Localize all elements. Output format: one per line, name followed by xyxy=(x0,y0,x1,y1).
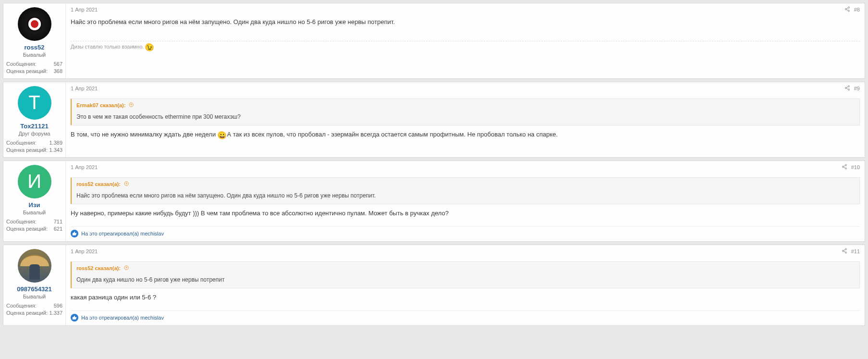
share-icon[interactable] xyxy=(844,6,850,13)
quote-attribution[interactable]: ross52 сказал(а): xyxy=(76,265,121,271)
reactions-bar[interactable]: На это отреагировал(а) mechislav xyxy=(71,310,860,322)
expand-quote-icon[interactable] xyxy=(127,102,134,108)
stat-value-reactions: 1.343 xyxy=(49,147,62,154)
signature: Дизы ставлю только взаимно. xyxy=(71,41,860,51)
forum-post: ТTox21121Друг форумаСообщения:1.389Оценк… xyxy=(3,82,865,158)
post-number[interactable]: #10 xyxy=(851,164,860,170)
stat-label-messages: Сообщения: xyxy=(6,218,37,225)
post-date[interactable]: 1 Апр 2021 xyxy=(71,7,98,12)
avatar[interactable] xyxy=(18,249,51,283)
username-link[interactable]: Изи xyxy=(6,201,62,209)
svg-point-18 xyxy=(842,250,843,251)
post-text: Найс это проблема если много ригов на нё… xyxy=(71,18,860,26)
forum-post: ИИзиБывалыйСообщения:711Оценка реакций:6… xyxy=(3,161,865,242)
share-icon[interactable] xyxy=(842,248,847,255)
user-stats: Сообщения:596Оценка реакций:1.337 xyxy=(6,302,62,317)
svg-point-11 xyxy=(845,164,846,166)
expand-quote-icon[interactable] xyxy=(123,181,129,187)
username-link[interactable]: Tox21121 xyxy=(6,123,62,130)
svg-point-6 xyxy=(845,87,846,88)
svg-line-21 xyxy=(843,251,845,252)
like-icon xyxy=(71,230,78,237)
post-header: 1 Апр 2021#11 xyxy=(71,248,860,257)
signature-text: Дизы ставлю только взаимно. xyxy=(71,44,144,50)
quote-box: Ermak07 сказал(а): Это в чем же такая ос… xyxy=(71,99,860,125)
post-user-panel: ИИзиБывалыйСообщения:711Оценка реакций:6… xyxy=(3,161,66,241)
user-stats: Сообщения:567Оценка реакций:368 xyxy=(6,61,62,75)
username-link[interactable]: ross52 xyxy=(6,44,62,51)
username-link[interactable]: 0987654321 xyxy=(6,285,62,293)
svg-point-5 xyxy=(848,86,849,87)
share-icon[interactable] xyxy=(844,85,850,92)
post-header: 1 Апр 2021#9 xyxy=(71,85,860,94)
reactions-text[interactable]: На это отреагировал(а) mechislav xyxy=(81,231,164,236)
post-body: 1 Апр 2021#9Ermak07 сказал(а): Это в чем… xyxy=(66,82,865,157)
svg-point-17 xyxy=(845,248,846,250)
post-text: какая разница один или 5-6 ? xyxy=(71,293,860,302)
post-content: Найс это проблема если много ригов на нё… xyxy=(71,15,860,74)
post-user-panel: 0987654321БывалыйСообщения:596Оценка реа… xyxy=(3,245,66,325)
post-text: Ну наверно, примеры какие нибудь будут )… xyxy=(71,209,860,218)
reactions-text[interactable]: На это отреагировал(а) mechislav xyxy=(81,315,164,321)
svg-point-2 xyxy=(848,10,849,12)
stat-label-reactions: Оценка реакций: xyxy=(6,147,48,154)
user-title: Друг форума xyxy=(6,131,62,136)
post-number[interactable]: #9 xyxy=(854,86,860,91)
post-body: 1 Апр 2021#11ross52 сказал(а): Один два … xyxy=(66,245,865,325)
quote-box: ross52 сказал(а): Один два куда нишло но… xyxy=(71,261,860,288)
post-header: 1 Апр 2021#10 xyxy=(71,164,860,173)
post-text-span: Ну наверно, примеры какие нибудь будут )… xyxy=(71,210,449,217)
svg-point-19 xyxy=(845,252,846,253)
user-title: Бывалый xyxy=(6,210,62,215)
avatar-letter: Т xyxy=(28,92,40,113)
post-user-panel: ross52БывалыйСообщения:567Оценка реакций… xyxy=(3,3,66,78)
svg-line-20 xyxy=(843,249,845,250)
share-icon[interactable] xyxy=(842,164,847,171)
post-header: 1 Апр 2021#8 xyxy=(71,6,860,15)
svg-point-1 xyxy=(845,9,846,10)
quote-attribution[interactable]: ross52 сказал(а): xyxy=(76,181,121,187)
user-title: Бывалый xyxy=(6,52,62,58)
svg-line-3 xyxy=(846,8,848,9)
quote-attribution[interactable]: Ermak07 сказал(а): xyxy=(76,102,125,108)
svg-line-14 xyxy=(843,165,845,166)
stat-value-reactions: 1.337 xyxy=(49,309,62,317)
svg-point-12 xyxy=(842,166,843,167)
svg-line-15 xyxy=(843,167,845,168)
post-number[interactable]: #8 xyxy=(854,7,860,12)
stat-value-messages: 1.389 xyxy=(49,139,62,147)
svg-point-7 xyxy=(848,89,849,90)
post-text: В том, что не нужно минималку ждать две … xyxy=(71,130,860,139)
grin-emoji-icon xyxy=(218,131,225,139)
stat-value-reactions: 368 xyxy=(54,68,62,75)
avatar[interactable]: И xyxy=(18,165,51,198)
post-text-span: А так из всех пулов, что пробовал - эзер… xyxy=(227,131,558,138)
svg-point-0 xyxy=(848,7,849,8)
avatar[interactable]: Т xyxy=(18,86,51,120)
post-text-span: Найс это проблема если много ригов на нё… xyxy=(71,18,395,25)
post-user-panel: ТTox21121Друг форумаСообщения:1.389Оценк… xyxy=(3,82,66,157)
stat-label-messages: Сообщения: xyxy=(6,139,37,147)
svg-line-9 xyxy=(846,88,848,89)
stat-value-messages: 567 xyxy=(54,61,62,68)
svg-point-13 xyxy=(845,168,846,169)
quote-box: ross52 сказал(а): Найс это проблема если… xyxy=(71,177,860,204)
post-date[interactable]: 1 Апр 2021 xyxy=(71,164,98,170)
post-date[interactable]: 1 Апр 2021 xyxy=(71,86,98,91)
avatar[interactable] xyxy=(18,7,51,41)
forum-post: ross52БывалыйСообщения:567Оценка реакций… xyxy=(3,3,865,79)
post-number[interactable]: #11 xyxy=(851,248,860,254)
stat-label-reactions: Оценка реакций: xyxy=(6,68,48,75)
user-title: Бывалый xyxy=(6,294,62,299)
stat-label-reactions: Оценка реакций: xyxy=(6,309,48,317)
post-date[interactable]: 1 Апр 2021 xyxy=(71,248,98,254)
post-text-span: В том, что не нужно минималку ждать две … xyxy=(71,131,216,138)
stat-value-messages: 596 xyxy=(54,302,62,309)
post-body: 1 Апр 2021#8Найс это проблема если много… xyxy=(66,3,865,78)
stat-value-messages: 711 xyxy=(54,218,62,225)
reactions-bar[interactable]: На это отреагировал(а) mechislav xyxy=(71,226,860,237)
quote-text: Один два куда нишло но 5-6 ригов уже нер… xyxy=(72,274,859,288)
expand-quote-icon[interactable] xyxy=(123,265,129,271)
user-stats: Сообщения:711Оценка реакций:621 xyxy=(6,218,62,233)
user-stats: Сообщения:1.389Оценка реакций:1.343 xyxy=(6,139,62,154)
